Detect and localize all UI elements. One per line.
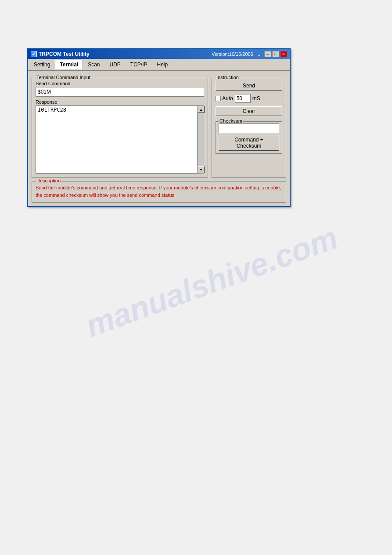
checksum-group-label: Checksum (219, 118, 243, 123)
menu-udp[interactable]: UDP (105, 60, 126, 69)
instruction-group: Instruction Send Auto mS Clear Checksum … (212, 78, 286, 178)
send-command-input[interactable] (36, 87, 204, 97)
auto-checkbox[interactable] (216, 96, 221, 101)
scroll-thumb-area (198, 113, 204, 166)
terminal-group: Terminal Command Input Send Command Resp… (32, 78, 208, 178)
menu-setting[interactable]: Setting (29, 60, 55, 69)
menu-termial[interactable]: Termial (55, 60, 83, 69)
version-label: Version:10/15/2006 (212, 51, 253, 57)
response-wrapper: I01TRPC28 ▲ ▼ (36, 105, 204, 174)
auto-row: Auto mS (216, 94, 282, 103)
menu-help[interactable]: Help (152, 60, 173, 69)
ms-label: mS (252, 95, 260, 102)
command-checksum-button[interactable]: Command + Checksum (219, 135, 279, 151)
window-title: TRPCOM Test Utility (39, 51, 90, 57)
instruction-group-label: Instruction (216, 75, 240, 80)
send-command-label: Send Command (36, 81, 204, 86)
title-bar: ✓ TRPCOM Test Utility Version:10/15/2006… (28, 49, 290, 59)
title-bar-right: Version:10/15/2006 ... ─ □ ✕ (212, 51, 287, 57)
description-group: Description Send the module's command an… (32, 181, 286, 203)
content-area: Terminal Command Input Send Command Resp… (28, 71, 290, 206)
ms-input[interactable] (235, 94, 251, 103)
minimize-button[interactable]: ─ (264, 51, 271, 57)
menu-bar: Setting Termial Scan UDP TCP/IP Help (28, 59, 290, 71)
scrollbar-track: ▲ ▼ (197, 105, 204, 174)
app-icon: ✓ (31, 51, 37, 57)
title-dots: ... (258, 51, 262, 57)
panel-group: Terminal Command Input Send Command Resp… (32, 74, 286, 178)
watermark: manualshive.com (81, 219, 342, 344)
send-button[interactable]: Send (216, 81, 282, 91)
auto-label: Auto (222, 95, 233, 102)
scroll-up-arrow[interactable]: ▲ (198, 106, 205, 113)
close-button[interactable]: ✕ (280, 51, 287, 57)
response-textarea[interactable]: I01TRPC28 (36, 105, 197, 174)
menu-tcpip[interactable]: TCP/IP (126, 60, 152, 69)
auto-checkbox-wrapper: Auto (216, 95, 233, 102)
main-window: ✓ TRPCOM Test Utility Version:10/15/2006… (27, 48, 291, 207)
description-group-label: Description (36, 178, 61, 183)
description-text: Send the module's command and get real t… (36, 184, 282, 199)
response-label: Response (36, 99, 204, 105)
maximize-button[interactable]: □ (272, 51, 279, 57)
clear-button[interactable]: Clear (216, 106, 282, 116)
checksum-input[interactable] (219, 123, 279, 133)
terminal-group-label: Terminal Command Input (36, 75, 91, 80)
scroll-down-arrow[interactable]: ▼ (198, 166, 205, 173)
title-bar-left: ✓ TRPCOM Test Utility (31, 51, 90, 57)
menu-scan[interactable]: Scan (83, 60, 104, 69)
checksum-group: Checksum Command + Checksum (216, 121, 282, 154)
